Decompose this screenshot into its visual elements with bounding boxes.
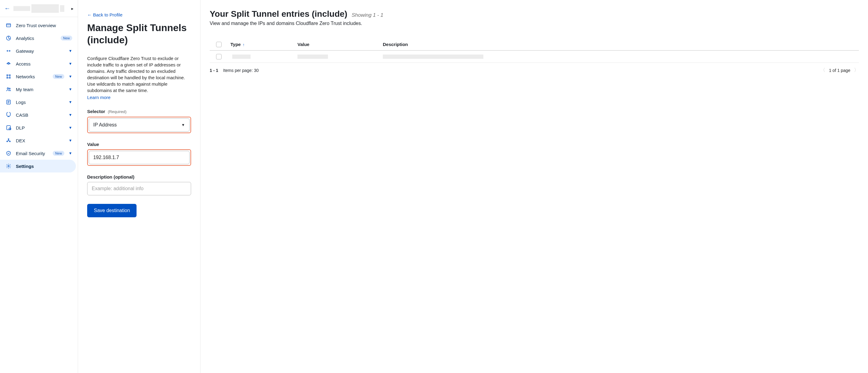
value-input-text: 192.168.1.7 bbox=[93, 155, 119, 160]
back-to-profile-link[interactable]: ← Back to Profile bbox=[87, 12, 123, 18]
sidebar-item-dlp[interactable]: DLP▼ bbox=[0, 121, 78, 134]
chevron-down-icon: ▼ bbox=[181, 123, 185, 127]
sidebar-item-my-team[interactable]: My team▼ bbox=[0, 83, 78, 96]
svg-point-12 bbox=[8, 139, 9, 139]
dlp-icon bbox=[5, 125, 11, 131]
networks-icon bbox=[5, 73, 11, 80]
sidebar-item-label: My team bbox=[16, 87, 64, 92]
svg-point-3 bbox=[7, 75, 8, 75]
selector-label: Selector bbox=[87, 109, 105, 114]
chevron-down-icon: ▼ bbox=[69, 126, 72, 130]
sidebar-item-networks[interactable]: NetworksNew▼ bbox=[0, 70, 78, 83]
svg-point-15 bbox=[8, 165, 9, 167]
sidebar-item-access[interactable]: Access▼ bbox=[0, 57, 78, 70]
sidebar-item-dex[interactable]: DEX▼ bbox=[0, 134, 78, 147]
sidebar-item-label: Gateway bbox=[16, 49, 64, 54]
row-checkbox[interactable] bbox=[216, 54, 222, 59]
redacted-cell bbox=[383, 55, 484, 59]
column-description-label: Description bbox=[383, 42, 408, 47]
chevron-down-icon: ▼ bbox=[69, 113, 72, 117]
email-security-icon bbox=[5, 150, 11, 156]
sidebar-item-gateway[interactable]: Gateway▼ bbox=[0, 44, 78, 57]
prev-page-icon[interactable]: 〈 bbox=[820, 67, 825, 73]
column-type-label: Type bbox=[230, 42, 241, 47]
gateway-icon bbox=[5, 48, 11, 54]
entries-title: Your Split Tunnel entries (include) bbox=[210, 9, 347, 19]
chevron-down-icon: ▼ bbox=[69, 62, 72, 66]
sidebar-item-email-security[interactable]: Email SecurityNew▼ bbox=[0, 147, 78, 160]
page-description: Configure Cloudflare Zero Trust to exclu… bbox=[87, 55, 191, 94]
sidebar-item-label: DLP bbox=[16, 125, 64, 130]
entries-description: View and manage the IPs and domains Clou… bbox=[210, 21, 859, 26]
sidebar-item-label: Analytics bbox=[16, 36, 56, 41]
account-switcher[interactable]: ← ▸ bbox=[0, 0, 78, 17]
sidebar-item-label: Zero Trust overview bbox=[16, 23, 72, 28]
sidebar-item-zero-trust-overview[interactable]: Zero Trust overview bbox=[0, 19, 78, 32]
save-destination-button[interactable]: Save destination bbox=[87, 204, 136, 217]
sidebar-item-label: Settings bbox=[16, 164, 70, 169]
column-header-type[interactable]: Type ↑ bbox=[228, 42, 295, 47]
settings-icon bbox=[5, 163, 11, 169]
next-page-icon[interactable]: 〉 bbox=[854, 67, 859, 73]
svg-point-5 bbox=[7, 77, 8, 78]
redacted-text bbox=[13, 6, 30, 11]
redacted-text bbox=[31, 4, 59, 13]
analytics-icon bbox=[5, 35, 11, 41]
chevron-down-icon: ▼ bbox=[69, 74, 72, 79]
sidebar-item-label: Email Security bbox=[16, 151, 49, 156]
description-label: Description (optional) bbox=[87, 174, 191, 180]
overview-icon bbox=[5, 22, 11, 28]
new-badge: New bbox=[53, 151, 64, 156]
new-badge: New bbox=[53, 74, 64, 79]
items-per-page[interactable]: Items per page: 30 bbox=[223, 68, 259, 73]
sidebar-item-label: Logs bbox=[16, 100, 64, 105]
description-input[interactable]: Example: additional info bbox=[87, 182, 191, 195]
table-row[interactable] bbox=[210, 51, 859, 63]
column-header-value[interactable]: Value bbox=[295, 42, 380, 47]
chevron-down-icon: ▼ bbox=[69, 100, 72, 104]
required-hint: (Required) bbox=[108, 110, 126, 114]
chevron-down-icon: ▼ bbox=[69, 49, 72, 53]
logs-icon bbox=[5, 99, 11, 105]
svg-point-2 bbox=[8, 63, 9, 65]
sidebar-item-label: CASB bbox=[16, 113, 64, 118]
selector-value: IP Address bbox=[93, 122, 117, 128]
entries-subtitle: Showing 1 - 1 bbox=[352, 12, 383, 18]
chevron-down-icon: ▼ bbox=[69, 87, 72, 91]
chevron-down-icon: ▼ bbox=[69, 151, 72, 155]
new-badge: New bbox=[61, 36, 72, 40]
sidebar-item-analytics[interactable]: AnalyticsNew bbox=[0, 32, 78, 44]
column-header-description[interactable]: Description bbox=[380, 42, 859, 47]
svg-point-8 bbox=[9, 88, 10, 89]
svg-point-7 bbox=[7, 88, 9, 89]
learn-more-link[interactable]: Learn more bbox=[87, 95, 111, 100]
svg-rect-0 bbox=[6, 24, 11, 27]
sidebar-item-label: DEX bbox=[16, 138, 64, 143]
svg-point-4 bbox=[9, 75, 10, 75]
team-icon bbox=[5, 86, 11, 92]
description-placeholder: Example: additional info bbox=[92, 186, 144, 191]
pagination-range: 1 - 1 bbox=[210, 68, 218, 73]
page-indicator: 1 of 1 page bbox=[829, 68, 850, 73]
sidebar-item-label: Access bbox=[16, 61, 64, 66]
arrow-left-icon[interactable]: ← bbox=[4, 5, 10, 12]
chevron-down-icon: ▼ bbox=[69, 138, 72, 143]
selector-dropdown[interactable]: IP Address ▼ bbox=[89, 118, 190, 132]
dex-icon bbox=[5, 137, 11, 144]
sidebar-item-settings[interactable]: Settings bbox=[0, 160, 76, 173]
sort-asc-icon: ↑ bbox=[243, 42, 245, 47]
svg-point-6 bbox=[9, 77, 10, 78]
sidebar-item-logs[interactable]: Logs▼ bbox=[0, 96, 78, 108]
value-label: Value bbox=[87, 142, 191, 147]
redacted-cell bbox=[298, 55, 328, 59]
sidebar-item-label: Networks bbox=[16, 74, 49, 79]
value-input[interactable]: 192.168.1.7 bbox=[89, 151, 190, 164]
column-value-label: Value bbox=[298, 42, 309, 47]
sidebar-item-casb[interactable]: CASB▼ bbox=[0, 108, 78, 121]
redacted-text bbox=[60, 5, 64, 12]
casb-icon bbox=[5, 112, 11, 118]
redacted-cell bbox=[232, 55, 250, 59]
caret-right-icon[interactable]: ▸ bbox=[71, 6, 73, 11]
access-icon bbox=[5, 61, 11, 67]
select-all-checkbox[interactable] bbox=[216, 42, 222, 47]
